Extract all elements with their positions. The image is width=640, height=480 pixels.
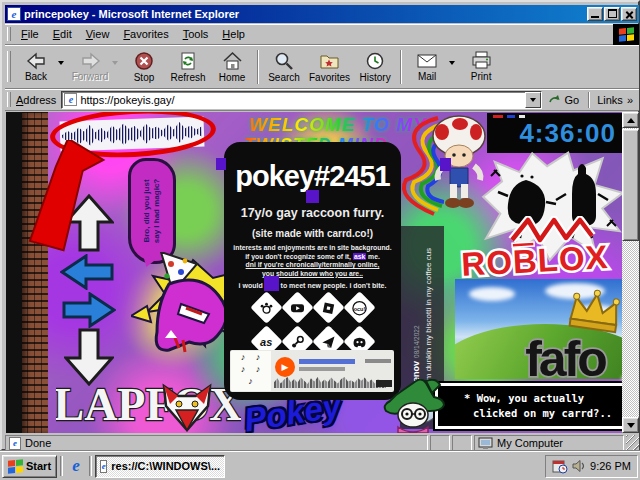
scroll-thumb[interactable] [622, 129, 639, 241]
windows-flag-icon [619, 27, 634, 42]
svg-text:as: as [260, 335, 272, 347]
toolbar-grip[interactable] [7, 51, 11, 81]
status-bar: e Done My Computer [5, 433, 639, 451]
clock-panel: 4:36:00 [487, 113, 622, 153]
status-pane: e Done [5, 435, 428, 451]
taskbar-divider [89, 456, 92, 476]
profile-subtitle: 17y/o gay raccoon furry. [224, 206, 401, 220]
taskbar-divider [60, 456, 63, 476]
refresh-button[interactable]: Refresh [166, 47, 210, 87]
mail-button[interactable]: Mail [405, 47, 449, 87]
favorites-button[interactable]: Favorites [306, 47, 353, 87]
ocu-icon[interactable]: ocu! [343, 291, 376, 324]
window-title: princepokey - Microsoft Internet Explore… [24, 8, 586, 20]
toad-figurine [430, 114, 488, 212]
my-computer-icon [478, 437, 493, 450]
ddr-right-arrow [62, 292, 116, 328]
toolbar-separator [257, 50, 259, 84]
address-bar: Address e https://pokeyis.gay/ Go Links … [5, 89, 639, 111]
made-with-note: (site made with carrd.co!) [224, 228, 401, 239]
restore-button[interactable] [604, 7, 620, 21]
speech-bubble: Bro, did you just say I had magic? [128, 158, 176, 264]
search-icon [274, 51, 294, 71]
address-dropdown-button[interactable] [525, 92, 541, 108]
menu-file[interactable]: File [14, 26, 46, 42]
red-arrow-annotation [16, 140, 108, 252]
back-button[interactable]: Back [14, 47, 58, 87]
back-dropdown-caret[interactable] [58, 61, 64, 68]
glitch-square [440, 158, 451, 171]
ie-window-icon: e [7, 7, 21, 21]
menu-favorites[interactable]: Favorites [116, 26, 175, 42]
task-button[interactable]: e res://C:\WINDOWS\... [95, 455, 225, 478]
status-pane-small [452, 435, 472, 451]
address-input[interactable]: e https://pokeyis.gay/ [61, 91, 541, 109]
fafo-logo: fafo [499, 324, 622, 390]
digital-clock: 4:36:00 [519, 118, 616, 149]
minimize-button[interactable] [587, 7, 603, 21]
play-button[interactable]: ▶ [275, 357, 295, 377]
mail-icon [416, 52, 438, 70]
scroll-down-button[interactable] [622, 417, 639, 433]
ralsei-character [382, 379, 448, 433]
quick-launch-ie-icon[interactable]: e [66, 456, 86, 476]
menu-tools[interactable]: Tools [176, 26, 216, 42]
menu-edit[interactable]: Edit [46, 26, 79, 42]
glitch-square [216, 158, 226, 170]
menu-help[interactable]: Help [215, 26, 252, 42]
links-chevron-icon[interactable]: » [627, 94, 633, 106]
windows-logo-throbber [613, 24, 639, 45]
history-button[interactable]: History [353, 47, 397, 87]
address-separator [588, 92, 590, 108]
volume-tray-icon[interactable] [572, 459, 586, 473]
go-button[interactable]: Go [542, 93, 586, 107]
home-icon [222, 51, 243, 71]
desktop: e princepokey - Microsoft Internet Explo… [0, 0, 640, 480]
ddr-left-arrow [60, 254, 114, 290]
toolbar-separator [400, 50, 402, 84]
fox-head-art [158, 380, 216, 432]
print-button[interactable]: Print [459, 47, 503, 87]
security-zone-pane: My Computer [474, 435, 624, 451]
links-button[interactable]: Links » [593, 94, 637, 106]
address-url[interactable]: https://pokeyis.gay/ [80, 94, 524, 106]
tray-clock[interactable]: 9:26 PM [590, 460, 631, 472]
closing-text: i would love to meet new people. i don't… [224, 282, 401, 289]
album-art: ♪ ♪♪ ♪ ♪♪ ♪ [231, 351, 271, 391]
glitch-square [264, 276, 279, 291]
svg-text:ocu!: ocu! [353, 304, 365, 310]
menu-grip[interactable] [7, 27, 11, 41]
refresh-icon [178, 51, 198, 71]
favorites-icon [319, 51, 340, 71]
roblox-logo: ROBLOX [450, 234, 620, 289]
forward-dropdown-caret[interactable] [112, 61, 118, 68]
vertical-scrollbar[interactable] [622, 112, 639, 433]
ask-me-link[interactable]: ask [353, 253, 366, 260]
play-count-bar [365, 359, 391, 363]
home-button[interactable]: Home [210, 47, 254, 87]
roblox-icon[interactable] [312, 291, 345, 324]
taskbar: Start e e res://C:\WINDOWS\... 9:26 PM [0, 451, 640, 480]
track-title-bar[interactable] [299, 359, 355, 364]
search-button[interactable]: Search [262, 47, 306, 87]
mail-dropdown-caret[interactable] [449, 61, 455, 68]
discord-message-text: enov08/14/2022 im dunkin my biscotti in … [405, 234, 433, 382]
status-pane-small [430, 435, 450, 451]
start-button[interactable]: Start [2, 455, 57, 478]
track-waveform[interactable] [274, 375, 386, 388]
svg-text:fafo: fafo [525, 331, 606, 387]
resize-grip[interactable] [626, 435, 639, 451]
forward-button[interactable]: Forward [68, 47, 112, 87]
youtube-icon[interactable] [281, 291, 314, 324]
scheduler-tray-icon[interactable] [552, 459, 568, 474]
close-button[interactable] [621, 7, 637, 21]
go-icon [548, 93, 562, 107]
scroll-up-button[interactable] [622, 112, 639, 128]
ie-document-icon: e [100, 460, 107, 473]
profile-title: pokey#2451 [224, 160, 401, 193]
paw-icon[interactable] [250, 291, 283, 324]
address-grip[interactable] [7, 92, 11, 107]
webpage-viewport: WELCOME TO MY TWISTED MIND Bro, did you … [6, 112, 622, 433]
stop-button[interactable]: Stop [122, 47, 166, 87]
menu-view[interactable]: View [79, 26, 117, 42]
